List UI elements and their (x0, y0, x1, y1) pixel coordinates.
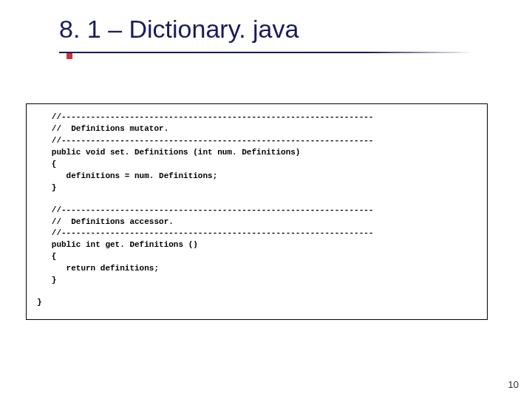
code-block-mutator: //--------------------------------------… (37, 112, 477, 194)
title-underline (59, 52, 473, 53)
page-number: 10 (508, 379, 519, 390)
code-container: //--------------------------------------… (26, 103, 488, 320)
title-accent-marker (66, 53, 72, 59)
slide-title: 8. 1 – Dictionary. java (59, 15, 299, 44)
code-closing-brace: } (37, 297, 477, 309)
code-block-accessor: //--------------------------------------… (37, 205, 477, 287)
